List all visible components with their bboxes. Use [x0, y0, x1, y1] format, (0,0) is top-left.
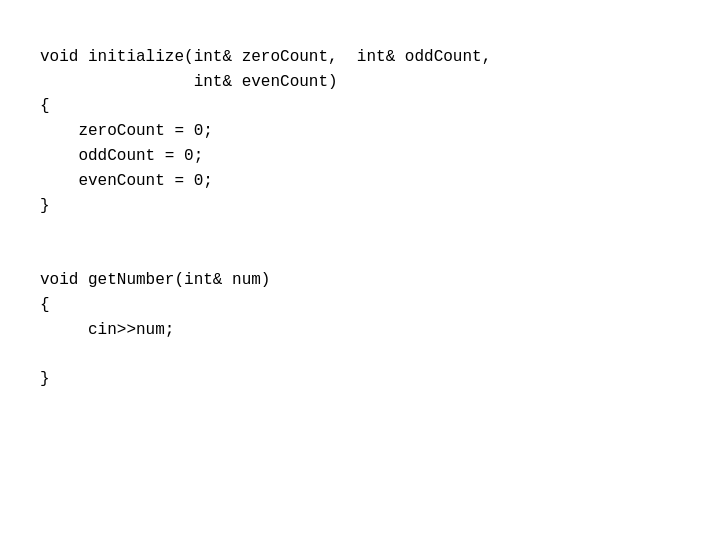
code-line: evenCount = 0;	[40, 169, 680, 194]
code-block: void initialize(int& zeroCount, int& odd…	[0, 0, 720, 412]
blank-line	[40, 218, 680, 243]
code-line: int& evenCount)	[40, 70, 680, 95]
code-line: zeroCount = 0;	[40, 119, 680, 144]
code-line: {	[40, 94, 680, 119]
code-line: }	[40, 194, 680, 219]
blank-line	[40, 342, 680, 367]
code-line: void getNumber(int& num)	[40, 268, 680, 293]
code-line: }	[40, 367, 680, 392]
code-line: void initialize(int& zeroCount, int& odd…	[40, 45, 680, 70]
code-line: cin>>num;	[40, 318, 680, 343]
code-line: oddCount = 0;	[40, 144, 680, 169]
blank-line	[40, 243, 680, 268]
code-line: {	[40, 293, 680, 318]
